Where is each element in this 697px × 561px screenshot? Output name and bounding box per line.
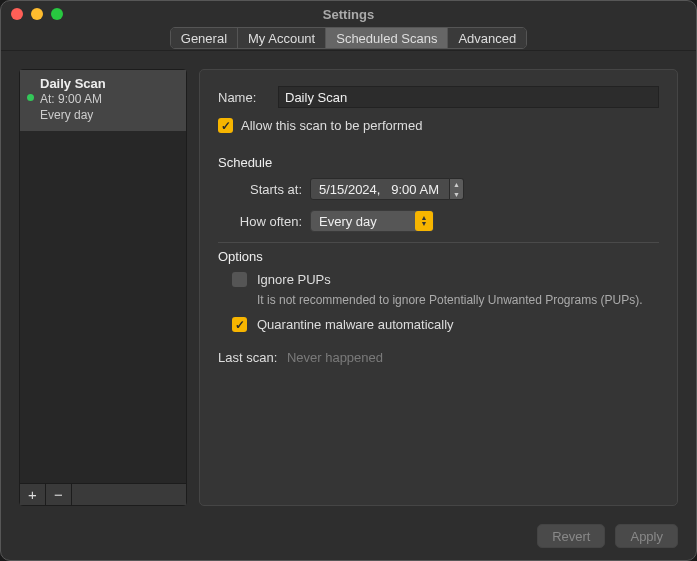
tab-general[interactable]: General [171,28,238,48]
last-scan-value: Never happened [287,350,383,365]
divider [218,242,659,243]
chevron-down-icon: ▼ [450,189,463,199]
main-row: Daily Scan At: 9:00 AM Every day + − Nam… [19,69,678,506]
revert-button[interactable]: Revert [537,524,605,548]
options-heading: Options [218,249,659,264]
window-controls [11,8,63,20]
quarantine-checkbox[interactable]: ✓ [232,317,247,332]
footer: Revert Apply [19,516,678,548]
content: Daily Scan At: 9:00 AM Every day + − Nam… [1,51,696,560]
tab-scheduled-scans[interactable]: Scheduled Scans [326,28,448,48]
scan-list-sidebar: Daily Scan At: 9:00 AM Every day + − [19,69,187,506]
remove-scan-button[interactable]: − [46,484,72,505]
status-dot-icon [27,94,34,101]
apply-button[interactable]: Apply [615,524,678,548]
scan-item-name: Daily Scan [40,76,176,91]
ignore-pups-label: Ignore PUPs [257,272,331,287]
allow-scan-checkbox[interactable]: ✓ [218,118,233,133]
starts-at-input[interactable] [310,178,450,200]
close-window-button[interactable] [11,8,23,20]
scan-list-item[interactable]: Daily Scan At: 9:00 AM Every day [20,70,186,131]
ignore-pups-checkbox[interactable] [232,272,247,287]
last-scan-row: Last scan: Never happened [218,350,659,365]
titlebar: Settings [1,1,696,27]
minimize-window-button[interactable] [31,8,43,20]
allow-scan-label: Allow this scan to be performed [241,118,422,133]
schedule-heading: Schedule [218,155,659,170]
window-title: Settings [323,7,374,22]
tab-advanced[interactable]: Advanced [448,28,526,48]
how-often-value: Every day [319,214,377,229]
scan-list: Daily Scan At: 9:00 AM Every day [20,70,186,483]
starts-at-stepper[interactable]: ▲ ▼ [450,178,464,200]
zoom-window-button[interactable] [51,8,63,20]
ignore-pups-hint: It is not recommended to ignore Potentia… [257,293,659,307]
name-label: Name: [218,90,270,105]
chevron-up-icon: ▲ [450,179,463,189]
scan-item-frequency: Every day [40,107,176,123]
how-often-label: How often: [232,214,302,229]
select-arrows-icon: ▲▼ [415,211,433,231]
last-scan-label: Last scan: [218,350,277,365]
scan-item-time: At: 9:00 AM [40,91,176,107]
tab-group: General My Account Scheduled Scans Advan… [170,27,527,49]
starts-at-field: ▲ ▼ [310,178,464,200]
quarantine-label: Quarantine malware automatically [257,317,454,332]
scan-list-toolbar: + − [20,483,186,505]
tabbar: General My Account Scheduled Scans Advan… [1,27,696,51]
scan-detail-pane: Name: ✓ Allow this scan to be performed … [199,69,678,506]
scan-name-input[interactable] [278,86,659,108]
settings-window: Settings General My Account Scheduled Sc… [0,0,697,561]
tab-my-account[interactable]: My Account [238,28,326,48]
starts-at-label: Starts at: [232,182,302,197]
add-scan-button[interactable]: + [20,484,46,505]
